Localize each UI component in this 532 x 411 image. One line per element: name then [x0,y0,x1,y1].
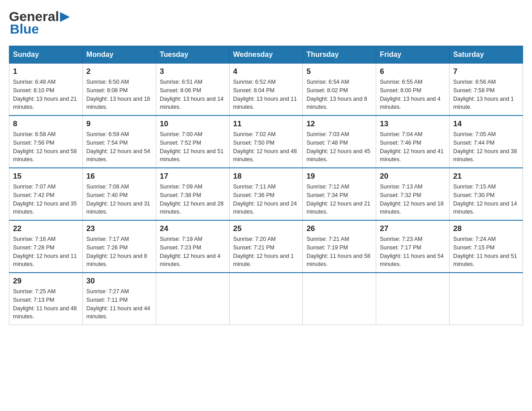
day-number: 3 [160,67,226,76]
day-number: 13 [380,120,446,128]
page-header: General Blue [9,9,523,37]
day-info: Sunrise: 7:11 AMSunset: 7:36 PMDaylight:… [233,183,299,216]
day-info: Sunrise: 6:59 AMSunset: 7:54 PMDaylight:… [86,130,152,164]
day-number: 21 [453,172,519,181]
day-info: Sunrise: 7:05 AMSunset: 7:44 PMDaylight:… [453,130,519,164]
day-number: 25 [233,224,299,233]
day-number: 14 [453,120,519,128]
day-info: Sunrise: 7:20 AMSunset: 7:21 PMDaylight:… [233,235,299,269]
day-info: Sunrise: 7:21 AMSunset: 7:19 PMDaylight:… [306,235,372,269]
day-info: Sunrise: 7:17 AMSunset: 7:26 PMDaylight:… [86,235,152,269]
day-number: 28 [453,224,519,233]
day-info: Sunrise: 7:25 AMSunset: 7:13 PMDaylight:… [13,287,79,321]
day-number: 1 [13,67,79,76]
day-info: Sunrise: 6:54 AMSunset: 8:02 PMDaylight:… [306,78,372,111]
calendar-cell: 2 Sunrise: 6:50 AMSunset: 8:08 PMDayligh… [82,64,156,116]
calendar-cell [450,273,523,325]
calendar-cell: 20 Sunrise: 7:13 AMSunset: 7:32 PMDaylig… [376,168,450,220]
weekday-header-tuesday: Tuesday [156,46,229,64]
calendar-cell [303,273,376,325]
day-number: 18 [233,172,299,181]
day-info: Sunrise: 6:58 AMSunset: 7:56 PMDaylight:… [13,130,79,164]
day-number: 29 [13,277,79,286]
day-number: 19 [306,172,372,181]
day-info: Sunrise: 7:27 AMSunset: 7:11 PMDaylight:… [86,287,152,321]
day-number: 12 [306,120,372,128]
day-number: 24 [160,224,226,233]
weekday-header-sunday: Sunday [9,46,83,64]
day-number: 6 [380,67,446,76]
calendar-cell: 12 Sunrise: 7:03 AMSunset: 7:48 PMDaylig… [303,116,376,168]
day-info: Sunrise: 7:15 AMSunset: 7:30 PMDaylight:… [453,183,519,216]
day-number: 23 [86,224,152,233]
calendar-cell: 5 Sunrise: 6:54 AMSunset: 8:02 PMDayligh… [303,64,376,116]
calendar-cell: 11 Sunrise: 7:02 AMSunset: 7:50 PMDaylig… [229,116,303,168]
day-info: Sunrise: 7:00 AMSunset: 7:52 PMDaylight:… [160,130,226,164]
day-number: 8 [13,120,79,128]
calendar-cell: 19 Sunrise: 7:12 AMSunset: 7:34 PMDaylig… [303,168,376,220]
calendar-week-row-2: 8 Sunrise: 6:58 AMSunset: 7:56 PMDayligh… [9,116,523,168]
calendar-cell: 29 Sunrise: 7:25 AMSunset: 7:13 PMDaylig… [9,273,83,325]
calendar-cell: 25 Sunrise: 7:20 AMSunset: 7:21 PMDaylig… [229,220,303,273]
calendar-cell: 26 Sunrise: 7:21 AMSunset: 7:19 PMDaylig… [303,220,376,273]
calendar-week-row-5: 29 Sunrise: 7:25 AMSunset: 7:13 PMDaylig… [9,273,523,325]
calendar-cell: 13 Sunrise: 7:04 AMSunset: 7:46 PMDaylig… [376,116,450,168]
calendar-cell: 18 Sunrise: 7:11 AMSunset: 7:36 PMDaylig… [229,168,303,220]
day-info: Sunrise: 7:24 AMSunset: 7:15 PMDaylight:… [453,235,519,269]
calendar-cell: 6 Sunrise: 6:55 AMSunset: 8:00 PMDayligh… [376,64,450,116]
weekday-header-saturday: Saturday [450,46,523,64]
calendar-week-row-1: 1 Sunrise: 6:48 AMSunset: 8:10 PMDayligh… [9,64,523,116]
day-number: 2 [86,67,152,76]
calendar-cell: 3 Sunrise: 6:51 AMSunset: 8:06 PMDayligh… [156,64,229,116]
weekday-header-friday: Friday [376,46,450,64]
calendar-cell [376,273,450,325]
logo-blue-text: Blue [10,21,39,37]
day-number: 4 [233,67,299,76]
calendar-cell [156,273,229,325]
day-info: Sunrise: 6:52 AMSunset: 8:04 PMDaylight:… [233,78,299,111]
day-info: Sunrise: 6:56 AMSunset: 7:58 PMDaylight:… [453,78,519,111]
day-number: 26 [306,224,372,233]
calendar-week-row-3: 15 Sunrise: 7:07 AMSunset: 7:42 PMDaylig… [9,168,523,220]
day-info: Sunrise: 7:13 AMSunset: 7:32 PMDaylight:… [380,183,446,216]
day-info: Sunrise: 6:51 AMSunset: 8:06 PMDaylight:… [160,78,226,111]
day-info: Sunrise: 7:08 AMSunset: 7:40 PMDaylight:… [86,183,152,216]
logo-triangle-icon [60,12,70,22]
day-number: 9 [86,120,152,128]
day-number: 16 [86,172,152,181]
weekday-header-wednesday: Wednesday [229,46,303,64]
svg-marker-0 [60,12,70,22]
calendar-cell [229,273,303,325]
calendar-cell: 17 Sunrise: 7:09 AMSunset: 7:38 PMDaylig… [156,168,229,220]
day-info: Sunrise: 7:09 AMSunset: 7:38 PMDaylight:… [160,183,226,216]
weekday-header-monday: Monday [82,46,156,64]
day-info: Sunrise: 7:04 AMSunset: 7:46 PMDaylight:… [380,130,446,164]
calendar-cell: 7 Sunrise: 6:56 AMSunset: 7:58 PMDayligh… [450,64,523,116]
calendar-cell: 22 Sunrise: 7:16 AMSunset: 7:28 PMDaylig… [9,220,83,273]
day-info: Sunrise: 6:50 AMSunset: 8:08 PMDaylight:… [86,78,152,111]
day-info: Sunrise: 6:55 AMSunset: 8:00 PMDaylight:… [380,78,446,111]
calendar-cell: 15 Sunrise: 7:07 AMSunset: 7:42 PMDaylig… [9,168,83,220]
calendar-table: SundayMondayTuesdayWednesdayThursdayFrid… [9,46,523,325]
day-number: 22 [13,224,79,233]
day-number: 17 [160,172,226,181]
calendar-cell: 27 Sunrise: 7:23 AMSunset: 7:17 PMDaylig… [376,220,450,273]
day-number: 11 [233,120,299,128]
calendar-cell: 9 Sunrise: 6:59 AMSunset: 7:54 PMDayligh… [82,116,156,168]
calendar-cell: 21 Sunrise: 7:15 AMSunset: 7:30 PMDaylig… [450,168,523,220]
calendar-cell: 8 Sunrise: 6:58 AMSunset: 7:56 PMDayligh… [9,116,83,168]
calendar-cell: 4 Sunrise: 6:52 AMSunset: 8:04 PMDayligh… [229,64,303,116]
calendar-cell: 14 Sunrise: 7:05 AMSunset: 7:44 PMDaylig… [450,116,523,168]
day-number: 20 [380,172,446,181]
day-number: 15 [13,172,79,181]
day-info: Sunrise: 7:02 AMSunset: 7:50 PMDaylight:… [233,130,299,164]
calendar-cell: 24 Sunrise: 7:19 AMSunset: 7:23 PMDaylig… [156,220,229,273]
calendar-week-row-4: 22 Sunrise: 7:16 AMSunset: 7:28 PMDaylig… [9,220,523,273]
day-number: 7 [453,67,519,76]
day-info: Sunrise: 7:16 AMSunset: 7:28 PMDaylight:… [13,235,79,269]
calendar-cell: 30 Sunrise: 7:27 AMSunset: 7:11 PMDaylig… [82,273,156,325]
calendar-cell: 10 Sunrise: 7:00 AMSunset: 7:52 PMDaylig… [156,116,229,168]
day-info: Sunrise: 7:03 AMSunset: 7:48 PMDaylight:… [306,130,372,164]
day-number: 5 [306,67,372,76]
calendar-cell: 23 Sunrise: 7:17 AMSunset: 7:26 PMDaylig… [82,220,156,273]
